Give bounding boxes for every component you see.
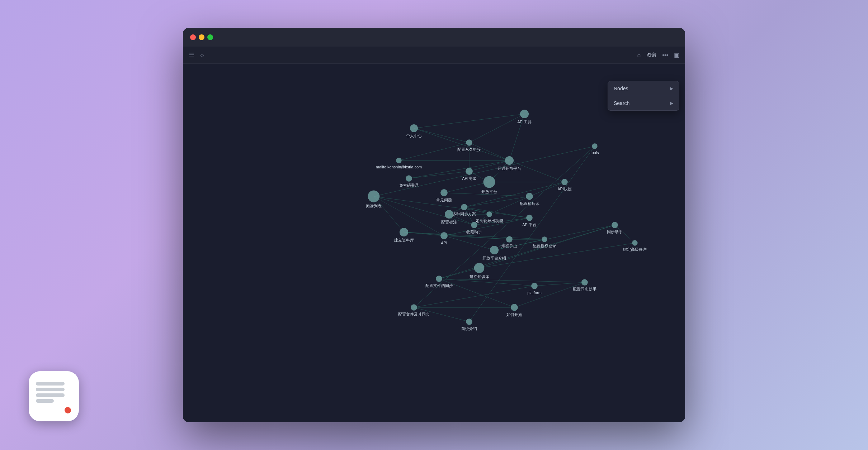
svg-text:platform: platform: [527, 291, 542, 295]
more-icon[interactable]: •••: [662, 52, 668, 58]
svg-text:配置文件及其同步: 配置文件及其同步: [398, 312, 430, 316]
toolbar: ☰ ⌕ ⌂ 图谱 ••• ▣: [183, 47, 685, 64]
svg-point-112: [531, 283, 538, 289]
toolbar-right: ⌂ 图谱 ••• ▣: [637, 52, 679, 58]
traffic-lights: [190, 34, 213, 40]
graph-container[interactable]: 个人中心API工具配置永久链接mailto:kenshin@ksria.com开…: [183, 64, 685, 422]
dropdown-nodes-label: Nodes: [614, 86, 628, 91]
svg-point-78: [440, 189, 448, 196]
dropdown-search-label: Search: [614, 100, 629, 106]
icon-line-3: [36, 393, 65, 397]
svg-text:建立知识库: 建立知识库: [469, 274, 489, 279]
svg-point-110: [436, 276, 442, 282]
search-icon[interactable]: ⌕: [200, 51, 204, 59]
dropdown-item-nodes[interactable]: Nodes ▶: [608, 81, 679, 96]
svg-text:收藏助手: 收藏助手: [466, 230, 482, 234]
svg-point-100: [542, 236, 547, 242]
chevron-right-icon: ▶: [670, 86, 673, 91]
svg-point-60: [410, 124, 418, 132]
svg-text:建立资料库: 建立资料库: [394, 238, 414, 242]
svg-line-52: [534, 282, 585, 286]
svg-line-6: [469, 143, 509, 161]
dropdown-item-search[interactable]: Search ▶: [608, 96, 679, 110]
svg-line-5: [399, 143, 469, 161]
graph-label[interactable]: 图谱: [646, 52, 656, 58]
svg-line-44: [615, 225, 635, 243]
svg-text:配置授权登录: 配置授权登录: [533, 244, 556, 248]
svg-point-84: [486, 211, 492, 217]
svg-point-102: [490, 246, 499, 254]
svg-point-94: [400, 228, 408, 236]
svg-text:API测试: API测试: [462, 176, 476, 181]
svg-point-88: [471, 222, 477, 228]
svg-line-0: [414, 114, 524, 128]
svg-point-118: [411, 304, 417, 311]
svg-line-53: [414, 286, 534, 307]
menu-icon[interactable]: ☰: [189, 51, 194, 59]
svg-point-116: [511, 304, 518, 311]
svg-point-80: [526, 193, 533, 200]
svg-text:开通开放平台: 开通开放平台: [497, 166, 521, 171]
svg-point-68: [505, 156, 514, 165]
svg-text:API快照: API快照: [557, 187, 572, 191]
svg-point-90: [526, 215, 533, 221]
svg-text:配置标注: 配置标注: [441, 220, 457, 224]
icon-line-2: [36, 388, 65, 391]
app-icon-graphic: [36, 382, 72, 411]
svg-line-38: [444, 236, 509, 239]
svg-text:配置永久链接: 配置永久链接: [457, 147, 481, 152]
maximize-button[interactable]: [207, 34, 213, 40]
sidebar-toggle-icon[interactable]: ▣: [674, 52, 679, 58]
svg-point-74: [483, 176, 495, 188]
svg-text:个人中心: 个人中心: [406, 134, 422, 138]
svg-text:配置稍后读: 配置稍后读: [520, 201, 539, 206]
svg-point-82: [461, 204, 467, 210]
titlebar: [183, 28, 685, 47]
svg-point-106: [632, 240, 637, 245]
svg-line-34: [374, 196, 404, 232]
svg-line-3: [469, 114, 524, 143]
svg-text:绑定高级账户: 绑定高级账户: [623, 247, 647, 252]
svg-text:配置文件的同步: 配置文件的同步: [425, 283, 453, 288]
svg-text:免密码登录: 免密码登录: [399, 183, 419, 187]
svg-text:如何开始: 如何开始: [506, 312, 522, 317]
svg-text:常见问题: 常见问题: [436, 198, 452, 202]
graph-svg: 个人中心API工具配置永久链接mailto:kenshin@ksria.com开…: [183, 64, 685, 422]
svg-line-46: [439, 225, 615, 279]
svg-line-1: [414, 128, 469, 143]
svg-point-120: [466, 319, 472, 325]
svg-text:API: API: [441, 241, 447, 245]
svg-line-13: [409, 171, 469, 178]
icon-line-4: [36, 399, 54, 403]
svg-text:配置同步助手: 配置同步助手: [573, 287, 596, 291]
svg-text:开放平台: 开放平台: [481, 190, 497, 194]
svg-point-86: [445, 210, 453, 219]
svg-text:多种同步方案: 多种同步方案: [452, 212, 476, 216]
svg-line-9: [409, 161, 509, 178]
svg-line-54: [514, 282, 585, 307]
svg-line-30: [374, 196, 474, 225]
svg-line-58: [469, 146, 595, 322]
svg-point-122: [592, 143, 597, 149]
svg-point-92: [368, 191, 380, 202]
svg-point-76: [561, 179, 568, 185]
close-button[interactable]: [190, 34, 196, 40]
svg-text:mailto:kenshin@ksria.com: mailto:kenshin@ksria.com: [376, 165, 422, 169]
svg-point-62: [520, 110, 529, 118]
svg-text:API工具: API工具: [517, 120, 532, 124]
svg-line-33: [374, 196, 444, 236]
home-icon[interactable]: ⌂: [637, 52, 641, 58]
main-window: ☰ ⌕ ⌂ 图谱 ••• ▣ 个人中心API工具配置永久链接mailto:ken…: [183, 28, 685, 422]
svg-point-104: [612, 222, 618, 228]
icon-line-1: [36, 382, 65, 386]
svg-point-66: [396, 158, 401, 163]
svg-point-108: [474, 263, 485, 273]
content-area: 个人中心API工具配置永久链接mailto:kenshin@ksria.com开…: [183, 64, 685, 422]
svg-point-114: [581, 279, 588, 286]
app-icon[interactable]: [29, 371, 79, 421]
svg-text:tools: tools: [590, 150, 599, 155]
minimize-button[interactable]: [199, 34, 204, 40]
svg-point-70: [406, 175, 412, 182]
svg-point-64: [466, 139, 472, 146]
dropdown-menu: Nodes ▶ Search ▶: [608, 81, 679, 111]
